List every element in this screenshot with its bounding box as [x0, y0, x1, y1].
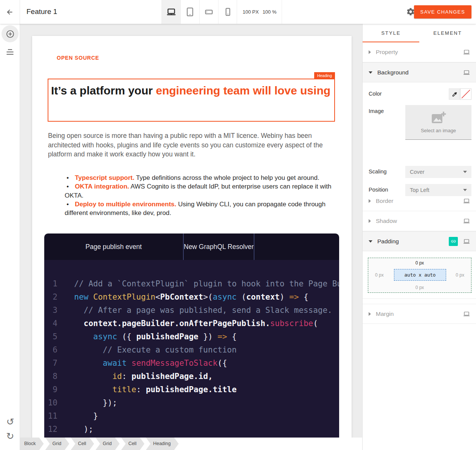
- editor-sidebar: ↺ ↻: [0, 24, 20, 450]
- breadcrumb-item-block-0[interactable]: Block: [20, 438, 44, 450]
- spacer: [363, 299, 476, 304]
- code-line: 10 });: [44, 396, 339, 410]
- kicker-label[interactable]: OPEN SOURCE: [57, 55, 99, 61]
- padding-bottom-value[interactable]: 0 px: [368, 285, 471, 290]
- bullet-item: Deploy to multiple environments. Using W…: [65, 200, 341, 218]
- padding-box-model: 0 px 0 px auto x auto 0 px 0 px: [368, 258, 471, 293]
- padding-left-value[interactable]: 0 px: [375, 272, 384, 278]
- chevron-right-icon: [369, 50, 371, 54]
- link-icon: [451, 238, 456, 244]
- editor-canvas: OPEN SOURCE Heading It’s a platform your…: [20, 24, 362, 450]
- element-type-badge: Heading: [314, 72, 335, 79]
- responsive-desktop-icon[interactable]: [463, 311, 470, 317]
- add-element-button[interactable]: [2, 25, 19, 42]
- chevron-down-icon: [463, 189, 467, 191]
- redo-icon: ↻: [6, 431, 14, 441]
- selected-heading-element[interactable]: Heading It’s a platform your engineering…: [48, 79, 335, 122]
- code-line: 9 title: publishedPage.title: [44, 383, 339, 396]
- breadcrumb-item-cell-2[interactable]: Cell: [71, 438, 94, 450]
- plus-circle-icon: [6, 29, 15, 39]
- save-changes-button[interactable]: SAVE CHANGES: [414, 5, 471, 19]
- code-tab-graphql-resolver: New GraphQL Resolver: [184, 234, 254, 260]
- element-tree-button[interactable]: [6, 49, 14, 57]
- responsive-desktop-icon[interactable]: [463, 218, 470, 224]
- padding-top-value[interactable]: 0 px: [368, 260, 471, 266]
- code-line: 6 // Execute a custom function: [44, 343, 339, 357]
- bullet-label: Deploy to multiple environments.: [75, 201, 176, 208]
- line-number: 12: [44, 423, 57, 436]
- feature-bullet-list[interactable]: Typescript support. Type definitions acr…: [65, 173, 341, 217]
- zoom-indicator[interactable]: 100 PX 100 %: [237, 0, 282, 24]
- responsive-desktop-icon[interactable]: [463, 49, 470, 55]
- section-property[interactable]: Property: [363, 42, 476, 62]
- line-number: 8: [44, 370, 57, 383]
- code-line: 4 context.pageBuilder.onAfterPagePublish…: [44, 317, 339, 330]
- top-bar: Feature 1: [0, 0, 476, 24]
- scaling-label: Scaling: [369, 169, 387, 175]
- breadcrumb-item-grid-1[interactable]: Grid: [45, 438, 70, 450]
- intro-paragraph[interactable]: Being open source is more than having a …: [48, 131, 344, 159]
- section-padding[interactable]: Padding: [363, 231, 476, 251]
- color-picker-group: [449, 88, 471, 100]
- code-snippet-image[interactable]: Page publish event New GraphQL Resolver …: [44, 234, 339, 450]
- zoom-percent-value: 100 %: [262, 9, 276, 15]
- code-tab-page-publish: Page publish event: [44, 234, 183, 260]
- section-background-label: Background: [377, 69, 409, 76]
- tab-style[interactable]: STYLE: [363, 24, 419, 42]
- eyedropper-icon: [452, 91, 457, 97]
- link-values-button[interactable]: [449, 237, 458, 246]
- code-listing: 1// Add a `ContextPlugin` plugin to hook…: [44, 260, 339, 450]
- responsive-desktop-icon[interactable]: [463, 70, 470, 75]
- line-number: 6: [44, 343, 57, 357]
- code-line: 5 async ({ publishedPage }) => {: [44, 330, 339, 343]
- section-padding-label: Padding: [377, 238, 399, 245]
- tablet-icon: [185, 7, 195, 17]
- element-tree-icon: [6, 49, 14, 55]
- breadcrumb: BlockGridCellGridCellHeading: [20, 438, 362, 450]
- undo-button[interactable]: ↺: [5, 417, 16, 427]
- tab-element[interactable]: ELEMENT: [419, 24, 476, 42]
- responsive-desktop-icon[interactable]: [463, 239, 470, 244]
- background-settings: Color Image Select an image Scaling Cove…: [363, 82, 476, 191]
- section-background[interactable]: Background: [363, 62, 476, 82]
- device-desktop-button[interactable]: [161, 0, 180, 24]
- scaling-select[interactable]: Cover: [405, 166, 471, 178]
- breadcrumb-item-heading-5[interactable]: Heading: [146, 438, 179, 450]
- tab-divider: [254, 234, 254, 260]
- eyedropper-button[interactable]: [449, 88, 460, 100]
- bullet-item: OKTA integration. AWS Cognito is the def…: [65, 182, 341, 200]
- heading-black-text: It’s a platform your: [51, 84, 156, 97]
- image-label: Image: [369, 108, 384, 114]
- section-shadow[interactable]: Shadow: [363, 211, 476, 231]
- no-color-swatch[interactable]: [460, 88, 471, 100]
- element-size-value[interactable]: auto x auto: [394, 269, 446, 281]
- line-number: 5: [44, 330, 57, 343]
- padding-right-value[interactable]: 0 px: [456, 272, 464, 278]
- back-button[interactable]: [0, 0, 20, 24]
- code-line: 1// Add a `ContextPlugin` plugin to hook…: [44, 277, 339, 291]
- code-line: 3 // After a page was published, send a …: [44, 304, 339, 317]
- code-line: 11 }: [44, 410, 339, 423]
- undo-icon: ↺: [6, 416, 14, 427]
- breadcrumb-item-grid-3[interactable]: Grid: [96, 438, 120, 450]
- code-line: 2new ContextPlugin<PbContext>(async (con…: [44, 291, 339, 304]
- device-mobile-landscape-button[interactable]: [199, 0, 218, 24]
- section-shadow-label: Shadow: [376, 218, 397, 224]
- add-image-icon: [430, 111, 447, 125]
- select-image-hint: Select an image: [421, 128, 456, 133]
- select-image-dropzone[interactable]: Select an image: [405, 105, 471, 140]
- device-preview-group: [161, 0, 237, 24]
- arrow-back-icon: [6, 8, 14, 16]
- no-color-icon: [460, 89, 471, 99]
- responsive-desktop-icon[interactable]: [463, 198, 470, 204]
- canvas-width-value: 100 PX: [243, 9, 259, 15]
- device-mobile-portrait-button[interactable]: [218, 0, 237, 24]
- code-tab-bar: Page publish event New GraphQL Resolver: [44, 234, 339, 260]
- bullet-label: OKTA integration.: [75, 183, 129, 190]
- section-margin[interactable]: Margin: [363, 304, 476, 324]
- redo-button[interactable]: ↻: [5, 431, 16, 442]
- breadcrumb-item-cell-4[interactable]: Cell: [121, 438, 144, 450]
- position-select[interactable]: Top Left: [405, 184, 471, 196]
- device-tablet-button[interactable]: [180, 0, 199, 24]
- code-line: 7 await sendMessageToSlack({: [44, 357, 339, 370]
